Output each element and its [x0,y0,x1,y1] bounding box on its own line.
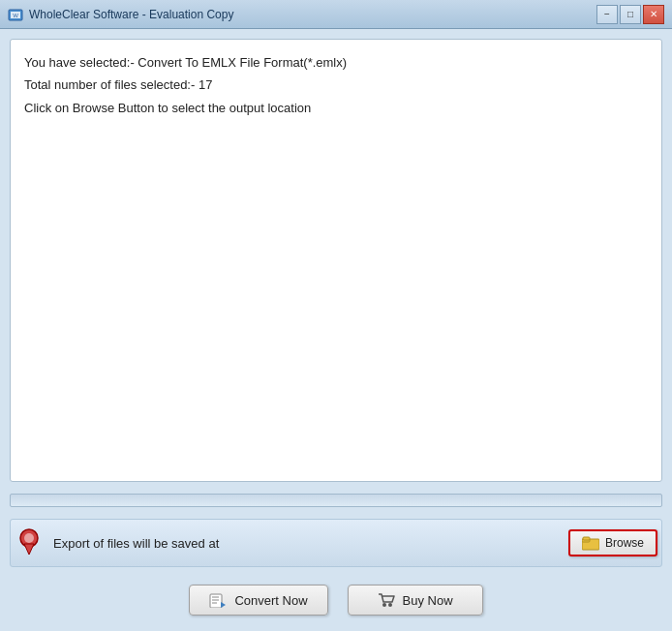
svg-point-14 [388,603,392,607]
svg-marker-5 [24,544,34,555]
folder-icon [582,535,599,551]
info-line-3: Click on Browse Button to select the out… [24,97,648,119]
main-window: You have selected:- Convert To EMLX File… [0,29,672,631]
browse-section: Export of files will be saved at Browse [10,519,662,567]
browse-button[interactable]: Browse [568,529,657,556]
svg-rect-9 [210,594,222,608]
info-line-2: Total number of files selected:- 17 [24,74,648,96]
svg-point-13 [382,603,386,607]
info-line-1: You have selected:- Convert To EMLX File… [24,51,648,74]
action-buttons: Convert Now Buy Now [10,575,662,621]
info-area: You have selected:- Convert To EMLX File… [10,39,662,482]
browse-label: Export of files will be saved at [53,536,559,551]
title-bar: W WholeClear Software - Evaluation Copy … [0,0,672,29]
buy-now-button[interactable]: Buy Now [348,585,483,616]
window-controls: − □ ✕ [596,5,664,24]
buy-now-label: Buy Now [403,593,453,608]
svg-text:W: W [13,13,18,18]
minimize-button[interactable]: − [596,5,618,24]
pin-icon [15,526,44,560]
browse-button-label: Browse [605,536,644,550]
progress-section [10,490,662,511]
svg-rect-8 [583,537,590,540]
cart-icon [378,592,395,608]
progress-bar-track [10,494,662,507]
close-button[interactable]: ✕ [643,5,664,24]
svg-point-4 [24,533,34,543]
convert-now-label: Convert Now [234,593,307,608]
convert-now-button[interactable]: Convert Now [189,585,327,616]
maximize-button[interactable]: □ [620,5,641,24]
window-title: WholeClear Software - Evaluation Copy [29,8,596,21]
convert-icon [209,592,227,608]
app-icon: W [8,7,23,22]
